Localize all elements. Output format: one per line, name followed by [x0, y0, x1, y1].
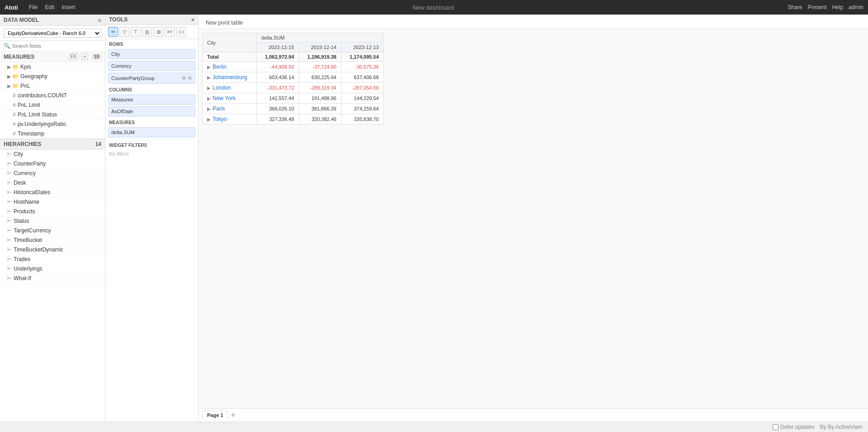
- defer-updates-btn[interactable]: Defer updates: [773, 424, 814, 430]
- drag-handle-icon[interactable]: ✥: [182, 75, 186, 81]
- measures-section-header[interactable]: MEASURES fx + 18: [0, 51, 105, 62]
- hier-what-if[interactable]: ⊢ What-If: [0, 274, 105, 283]
- nav-edit[interactable]: Edit: [41, 4, 58, 10]
- city-newyork[interactable]: ▶New York: [203, 93, 257, 104]
- measures-timestamp[interactable]: # Timestamp: [0, 129, 105, 139]
- tokyo-val-2: 335,838.70: [341, 114, 383, 125]
- xy-tool-btn[interactable]: XY: [165, 27, 175, 37]
- model-selector[interactable]: EquityDerivativesCube - Ranch 6.0: [0, 26, 105, 41]
- admin-btn[interactable]: admin: [848, 4, 863, 10]
- arrow-btn[interactable]: +: [82, 53, 88, 60]
- contributors-count-label: contributors.COUNT: [18, 92, 67, 99]
- filter-tool-btn[interactable]: ▽: [119, 27, 129, 37]
- search-input[interactable]: [12, 43, 101, 49]
- hierarchies-header[interactable]: HIERARCHIES 14: [0, 139, 105, 150]
- measures-pnl[interactable]: ▶ 📁 PnL: [0, 81, 105, 91]
- hier-hostname-label: HostName: [14, 199, 40, 205]
- add-page-btn[interactable]: +: [229, 411, 237, 419]
- col-measure-header: delta.SUM: [257, 33, 384, 43]
- hier-status[interactable]: ⊢ Status: [0, 216, 105, 226]
- hier-trades[interactable]: ⊢ Trades: [0, 255, 105, 264]
- measures-pnl-limit-status[interactable]: # PnL Limit Status: [0, 110, 105, 120]
- conditional-tool-btn[interactable]: (–): [176, 27, 186, 37]
- nav-right: Share Present Help admin: [788, 4, 863, 10]
- columns-measures-chip[interactable]: Measures: [108, 95, 195, 105]
- measures-contributors-count[interactable]: # contributors.COUNT: [0, 91, 105, 100]
- hier-city[interactable]: ⊢ City: [0, 150, 105, 159]
- hier-time-bucket[interactable]: ⊢ TimeBucket: [0, 236, 105, 245]
- measures-pv-underlyings-ratio[interactable]: # pv.UnderlyingsRatio: [0, 120, 105, 129]
- collapse-tools-btn[interactable]: «: [191, 16, 194, 23]
- hier-time-bucket-dynamic[interactable]: ⊢ TimeBucketDynamic: [0, 245, 105, 255]
- expand-btn[interactable]: ▶: [207, 75, 211, 80]
- left-panel: DATA MODEL « EquityDerivativesCube - Ran…: [0, 15, 105, 422]
- hierarchy-icon: ⊢: [7, 228, 12, 234]
- hier-currency[interactable]: ⊢ Currency: [0, 169, 105, 178]
- share-btn[interactable]: Share: [788, 4, 802, 10]
- city-paris[interactable]: ▶Paris: [203, 104, 257, 114]
- hierarchy-icon: ⊢: [7, 190, 12, 196]
- edit-tool-btn[interactable]: ✏: [108, 27, 118, 37]
- search-icon: 🔍: [4, 43, 10, 49]
- fx-button[interactable]: fx: [69, 53, 78, 60]
- bottom-bar: Defer updates By By ActiveViam: [0, 422, 868, 432]
- measures-badge: 18: [92, 54, 101, 60]
- grid-tool-btn[interactable]: ⊞: [154, 27, 164, 37]
- hier-hostname[interactable]: ⊢ HostName: [0, 197, 105, 207]
- hier-counterparty[interactable]: ⊢ CounterParty: [0, 159, 105, 169]
- sort-tool-btn[interactable]: ⊤: [131, 27, 141, 37]
- hier-underlyings[interactable]: ⊢ Underlyings: [0, 264, 105, 274]
- page-tab-1[interactable]: Page 1: [202, 411, 228, 420]
- hierarchy-icon: ⊢: [7, 161, 12, 167]
- hierarchy-icon: ⊢: [7, 218, 12, 224]
- remove-chip-btn[interactable]: ✕: [188, 75, 192, 81]
- expand-btn[interactable]: ▶: [207, 85, 211, 90]
- hash-icon: #: [13, 111, 16, 118]
- city-london[interactable]: ▶London: [203, 83, 257, 93]
- pnl-label: PnL: [20, 83, 30, 89]
- model-select[interactable]: EquityDerivativesCube - Ranch 6.0: [4, 29, 101, 38]
- hier-target-currency[interactable]: ⊢ TargetCurrency: [0, 226, 105, 236]
- pivot-content[interactable]: City delta.SUM 2023-12-15 2023-12-14 202…: [198, 29, 868, 408]
- hierarchies-label: HIERARCHIES: [4, 141, 41, 147]
- city-tokyo[interactable]: ▶Tokyo: [203, 114, 257, 125]
- city-berlin[interactable]: ▶Berlin: [203, 62, 257, 72]
- hierarchy-icon: ⊢: [7, 247, 12, 253]
- paris-val-0: 366,026.10: [257, 104, 299, 114]
- tokyo-val-0: 327,336.48: [257, 114, 299, 125]
- hier-products[interactable]: ⊢ Products: [0, 207, 105, 216]
- measures-pnl-limit[interactable]: # PnL Limit: [0, 100, 105, 110]
- hier-historical-dates[interactable]: ⊢ HistoricalDates: [0, 188, 105, 197]
- hier-desk[interactable]: ⊢ Desk: [0, 178, 105, 188]
- measures-geography[interactable]: ▶ 📁 Geography: [0, 72, 105, 81]
- nav-insert[interactable]: Insert: [58, 4, 79, 10]
- expand-btn[interactable]: ▶: [207, 117, 211, 122]
- columns-asofdate-chip[interactable]: AsOfDate: [108, 106, 195, 116]
- hierarchy-icon: ⊢: [7, 266, 12, 272]
- city-johannesburg[interactable]: ▶Johannesburg: [203, 72, 257, 83]
- collapse-left-btn[interactable]: «: [98, 16, 101, 24]
- hier-time-bucket-label: TimeBucket: [14, 237, 42, 243]
- hier-status-label: Status: [14, 218, 29, 224]
- columns-tool-btn[interactable]: |||: [142, 27, 152, 37]
- columns-measures-label: Measures: [111, 97, 133, 102]
- measures-kpis[interactable]: ▶ 📁 Kpis: [0, 62, 105, 72]
- rows-currency-chip[interactable]: Currency: [108, 61, 195, 71]
- defer-checkbox[interactable]: [773, 424, 779, 430]
- expand-btn[interactable]: ▶: [207, 96, 211, 101]
- hier-currency-label: Currency: [14, 170, 36, 176]
- page-tabs: Page 1 +: [198, 408, 868, 422]
- hierarchy-icon: ⊢: [7, 199, 12, 205]
- folder-icon: ▶ 📁: [7, 74, 19, 80]
- expand-btn[interactable]: ▶: [207, 65, 211, 70]
- hierarchy-icon: ⊢: [7, 180, 12, 186]
- rows-city-chip[interactable]: City: [108, 49, 195, 59]
- present-btn[interactable]: Present: [808, 4, 826, 10]
- newyork-val-0: 142,557.44: [257, 93, 299, 104]
- rows-counterparty-chip[interactable]: CounterPartyGroup ✥ ✕: [108, 73, 195, 84]
- nav-file[interactable]: File: [25, 4, 41, 10]
- johannesburg-val-0: 603,436.14: [257, 72, 299, 83]
- measures-delta-chip[interactable]: delta.SUM: [108, 127, 195, 137]
- help-btn[interactable]: Help: [832, 4, 843, 10]
- expand-btn[interactable]: ▶: [207, 106, 211, 111]
